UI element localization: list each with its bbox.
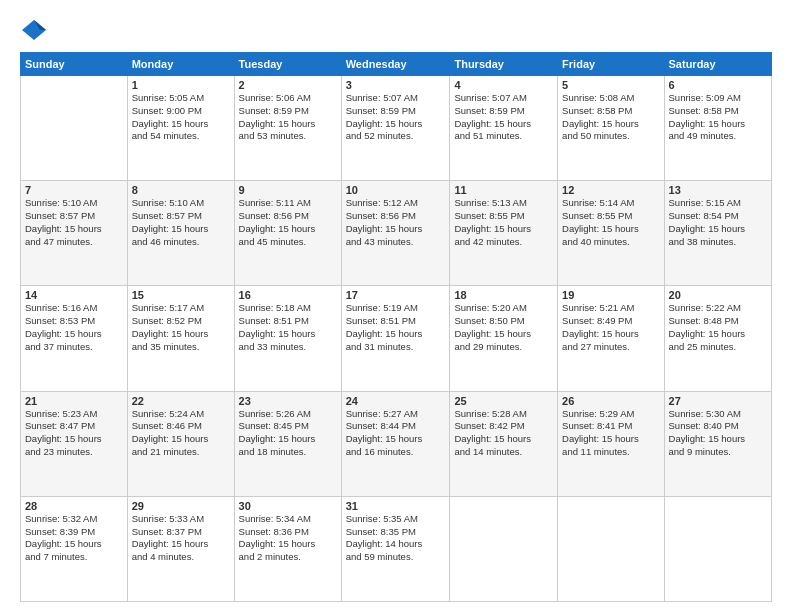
cell-info: Sunrise: 5:26 AM Sunset: 8:45 PM Dayligh… — [239, 408, 337, 459]
day-number: 12 — [562, 184, 659, 196]
day-number: 16 — [239, 289, 337, 301]
calendar-cell: 16Sunrise: 5:18 AM Sunset: 8:51 PM Dayli… — [234, 286, 341, 391]
calendar-cell: 6Sunrise: 5:09 AM Sunset: 8:58 PM Daylig… — [664, 76, 771, 181]
calendar-cell: 28Sunrise: 5:32 AM Sunset: 8:39 PM Dayli… — [21, 496, 128, 601]
day-number: 5 — [562, 79, 659, 91]
cell-info: Sunrise: 5:20 AM Sunset: 8:50 PM Dayligh… — [454, 302, 553, 353]
cell-info: Sunrise: 5:28 AM Sunset: 8:42 PM Dayligh… — [454, 408, 553, 459]
calendar-cell: 24Sunrise: 5:27 AM Sunset: 8:44 PM Dayli… — [341, 391, 450, 496]
calendar-cell: 23Sunrise: 5:26 AM Sunset: 8:45 PM Dayli… — [234, 391, 341, 496]
calendar-week-row: 28Sunrise: 5:32 AM Sunset: 8:39 PM Dayli… — [21, 496, 772, 601]
day-number: 25 — [454, 395, 553, 407]
cell-info: Sunrise: 5:35 AM Sunset: 8:35 PM Dayligh… — [346, 513, 446, 564]
calendar-cell: 11Sunrise: 5:13 AM Sunset: 8:55 PM Dayli… — [450, 181, 558, 286]
calendar-cell: 9Sunrise: 5:11 AM Sunset: 8:56 PM Daylig… — [234, 181, 341, 286]
calendar-cell — [664, 496, 771, 601]
calendar-header-row: SundayMondayTuesdayWednesdayThursdayFrid… — [21, 53, 772, 76]
cell-info: Sunrise: 5:11 AM Sunset: 8:56 PM Dayligh… — [239, 197, 337, 248]
calendar-cell: 31Sunrise: 5:35 AM Sunset: 8:35 PM Dayli… — [341, 496, 450, 601]
calendar-week-row: 14Sunrise: 5:16 AM Sunset: 8:53 PM Dayli… — [21, 286, 772, 391]
day-number: 22 — [132, 395, 230, 407]
day-number: 3 — [346, 79, 446, 91]
day-number: 18 — [454, 289, 553, 301]
cell-info: Sunrise: 5:22 AM Sunset: 8:48 PM Dayligh… — [669, 302, 767, 353]
calendar-week-row: 7Sunrise: 5:10 AM Sunset: 8:57 PM Daylig… — [21, 181, 772, 286]
calendar-cell: 5Sunrise: 5:08 AM Sunset: 8:58 PM Daylig… — [558, 76, 664, 181]
page: SundayMondayTuesdayWednesdayThursdayFrid… — [0, 0, 792, 612]
cell-info: Sunrise: 5:27 AM Sunset: 8:44 PM Dayligh… — [346, 408, 446, 459]
calendar-week-row: 1Sunrise: 5:05 AM Sunset: 9:00 PM Daylig… — [21, 76, 772, 181]
cell-info: Sunrise: 5:12 AM Sunset: 8:56 PM Dayligh… — [346, 197, 446, 248]
day-number: 8 — [132, 184, 230, 196]
day-number: 14 — [25, 289, 123, 301]
day-number: 20 — [669, 289, 767, 301]
cell-info: Sunrise: 5:18 AM Sunset: 8:51 PM Dayligh… — [239, 302, 337, 353]
calendar-cell: 20Sunrise: 5:22 AM Sunset: 8:48 PM Dayli… — [664, 286, 771, 391]
calendar-cell: 14Sunrise: 5:16 AM Sunset: 8:53 PM Dayli… — [21, 286, 128, 391]
calendar-cell: 8Sunrise: 5:10 AM Sunset: 8:57 PM Daylig… — [127, 181, 234, 286]
calendar-cell: 10Sunrise: 5:12 AM Sunset: 8:56 PM Dayli… — [341, 181, 450, 286]
day-number: 7 — [25, 184, 123, 196]
cell-info: Sunrise: 5:17 AM Sunset: 8:52 PM Dayligh… — [132, 302, 230, 353]
day-number: 19 — [562, 289, 659, 301]
logo — [20, 16, 52, 44]
calendar-cell: 12Sunrise: 5:14 AM Sunset: 8:55 PM Dayli… — [558, 181, 664, 286]
weekday-header: Monday — [127, 53, 234, 76]
day-number: 13 — [669, 184, 767, 196]
day-number: 29 — [132, 500, 230, 512]
weekday-header: Thursday — [450, 53, 558, 76]
cell-info: Sunrise: 5:10 AM Sunset: 8:57 PM Dayligh… — [25, 197, 123, 248]
calendar-cell: 19Sunrise: 5:21 AM Sunset: 8:49 PM Dayli… — [558, 286, 664, 391]
day-number: 21 — [25, 395, 123, 407]
weekday-header: Saturday — [664, 53, 771, 76]
calendar-cell: 15Sunrise: 5:17 AM Sunset: 8:52 PM Dayli… — [127, 286, 234, 391]
calendar-cell: 7Sunrise: 5:10 AM Sunset: 8:57 PM Daylig… — [21, 181, 128, 286]
cell-info: Sunrise: 5:15 AM Sunset: 8:54 PM Dayligh… — [669, 197, 767, 248]
calendar-cell: 26Sunrise: 5:29 AM Sunset: 8:41 PM Dayli… — [558, 391, 664, 496]
weekday-header: Sunday — [21, 53, 128, 76]
cell-info: Sunrise: 5:08 AM Sunset: 8:58 PM Dayligh… — [562, 92, 659, 143]
header — [20, 16, 772, 44]
cell-info: Sunrise: 5:21 AM Sunset: 8:49 PM Dayligh… — [562, 302, 659, 353]
calendar-cell: 4Sunrise: 5:07 AM Sunset: 8:59 PM Daylig… — [450, 76, 558, 181]
day-number: 1 — [132, 79, 230, 91]
day-number: 28 — [25, 500, 123, 512]
cell-info: Sunrise: 5:14 AM Sunset: 8:55 PM Dayligh… — [562, 197, 659, 248]
calendar-cell: 1Sunrise: 5:05 AM Sunset: 9:00 PM Daylig… — [127, 76, 234, 181]
day-number: 26 — [562, 395, 659, 407]
calendar-cell: 30Sunrise: 5:34 AM Sunset: 8:36 PM Dayli… — [234, 496, 341, 601]
day-number: 23 — [239, 395, 337, 407]
cell-info: Sunrise: 5:07 AM Sunset: 8:59 PM Dayligh… — [454, 92, 553, 143]
cell-info: Sunrise: 5:09 AM Sunset: 8:58 PM Dayligh… — [669, 92, 767, 143]
day-number: 31 — [346, 500, 446, 512]
calendar-cell — [558, 496, 664, 601]
calendar-cell — [21, 76, 128, 181]
day-number: 30 — [239, 500, 337, 512]
day-number: 27 — [669, 395, 767, 407]
day-number: 6 — [669, 79, 767, 91]
cell-info: Sunrise: 5:06 AM Sunset: 8:59 PM Dayligh… — [239, 92, 337, 143]
day-number: 15 — [132, 289, 230, 301]
calendar-cell: 29Sunrise: 5:33 AM Sunset: 8:37 PM Dayli… — [127, 496, 234, 601]
calendar-cell: 17Sunrise: 5:19 AM Sunset: 8:51 PM Dayli… — [341, 286, 450, 391]
day-number: 11 — [454, 184, 553, 196]
day-number: 9 — [239, 184, 337, 196]
logo-icon — [20, 16, 48, 44]
day-number: 24 — [346, 395, 446, 407]
weekday-header: Friday — [558, 53, 664, 76]
cell-info: Sunrise: 5:07 AM Sunset: 8:59 PM Dayligh… — [346, 92, 446, 143]
cell-info: Sunrise: 5:30 AM Sunset: 8:40 PM Dayligh… — [669, 408, 767, 459]
day-number: 10 — [346, 184, 446, 196]
calendar-cell: 21Sunrise: 5:23 AM Sunset: 8:47 PM Dayli… — [21, 391, 128, 496]
cell-info: Sunrise: 5:13 AM Sunset: 8:55 PM Dayligh… — [454, 197, 553, 248]
calendar-cell: 3Sunrise: 5:07 AM Sunset: 8:59 PM Daylig… — [341, 76, 450, 181]
day-number: 2 — [239, 79, 337, 91]
calendar-cell: 27Sunrise: 5:30 AM Sunset: 8:40 PM Dayli… — [664, 391, 771, 496]
cell-info: Sunrise: 5:23 AM Sunset: 8:47 PM Dayligh… — [25, 408, 123, 459]
day-number: 17 — [346, 289, 446, 301]
cell-info: Sunrise: 5:34 AM Sunset: 8:36 PM Dayligh… — [239, 513, 337, 564]
calendar-cell: 13Sunrise: 5:15 AM Sunset: 8:54 PM Dayli… — [664, 181, 771, 286]
calendar-week-row: 21Sunrise: 5:23 AM Sunset: 8:47 PM Dayli… — [21, 391, 772, 496]
cell-info: Sunrise: 5:29 AM Sunset: 8:41 PM Dayligh… — [562, 408, 659, 459]
calendar-cell: 2Sunrise: 5:06 AM Sunset: 8:59 PM Daylig… — [234, 76, 341, 181]
